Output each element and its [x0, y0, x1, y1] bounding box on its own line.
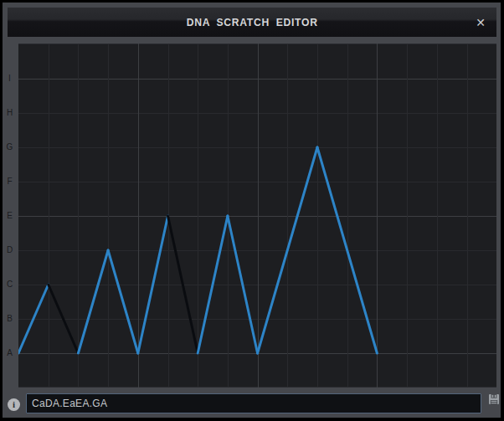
y-axis-label: I [3, 74, 17, 84]
sequence-input[interactable] [26, 393, 481, 413]
y-axis-label: H [3, 108, 17, 118]
y-axis-label: G [3, 142, 17, 152]
y-axis-label: D [3, 245, 17, 255]
close-icon[interactable]: ✕ [476, 17, 486, 28]
dna-pattern-chart[interactable] [18, 44, 496, 388]
dna-scratch-editor-window: { "window": { "title": "DNA SCRATCH EDIT… [0, 0, 504, 421]
y-axis-label: A [3, 348, 17, 358]
y-axis-label: B [3, 314, 17, 324]
y-axis-label: C [3, 280, 17, 290]
window-title: DNA SCRATCH EDITOR [187, 16, 318, 28]
y-axis-label: E [3, 211, 17, 221]
title-bar: DNA SCRATCH EDITOR ✕ [8, 8, 496, 37]
save-icon[interactable] [488, 393, 500, 405]
window-frame: DNA SCRATCH EDITOR ✕ ABCDEFGHI i [3, 3, 501, 418]
info-icon[interactable]: i [8, 398, 20, 411]
y-axis-label: F [3, 177, 17, 187]
dna-chart-svg [18, 44, 496, 388]
